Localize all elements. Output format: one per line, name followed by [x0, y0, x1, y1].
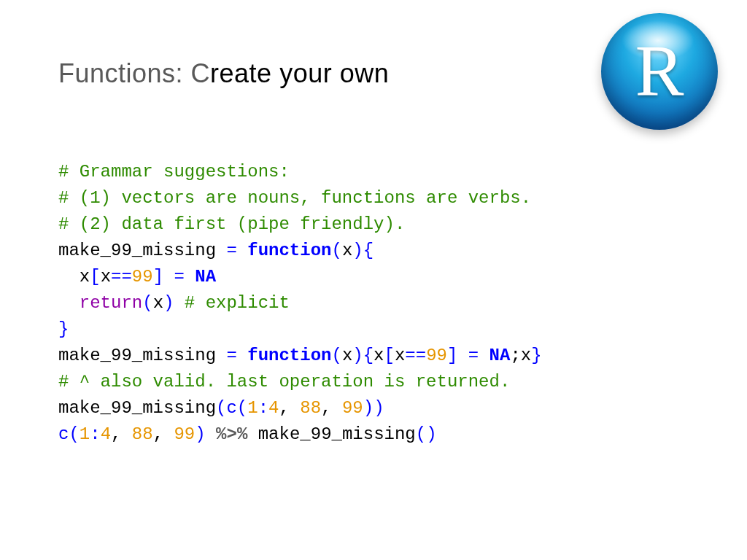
- code-line-8: make_99_missing = function(x){x[x==99] =…: [58, 346, 542, 365]
- code-line-10: make_99_missing(c(1:4, 88, 99)): [58, 398, 384, 418]
- title-prefix: Functions: C: [58, 58, 210, 88]
- slide: R Functions: Create your own # Grammar s…: [0, 0, 747, 560]
- code-line-11: c(1:4, 88, 99) %>% make_99_missing(): [58, 424, 437, 444]
- code-line-6: return(x) # explicit: [58, 293, 290, 313]
- code-comment-3: # (2) data first (pipe friendly).: [58, 214, 405, 234]
- code-block: # Grammar suggestions: # (1) vectors are…: [58, 133, 689, 448]
- r-logo-letter: R: [635, 28, 684, 112]
- r-logo-sphere: R: [601, 13, 718, 130]
- code-line-4: make_99_missing = function(x){: [58, 241, 374, 260]
- code-comment-1: # Grammar suggestions:: [58, 162, 290, 182]
- slide-title: Functions: Create your own: [58, 58, 689, 89]
- r-logo: R: [601, 13, 718, 130]
- code-comment-2: # (1) vectors are nouns, functions are v…: [58, 188, 531, 208]
- title-emph: reate your own: [210, 58, 389, 88]
- code-comment-4: # ^ also valid. last operation is return…: [58, 372, 510, 392]
- code-line-5: x[x==99] = NA: [58, 267, 216, 287]
- code-line-7: }: [58, 319, 69, 339]
